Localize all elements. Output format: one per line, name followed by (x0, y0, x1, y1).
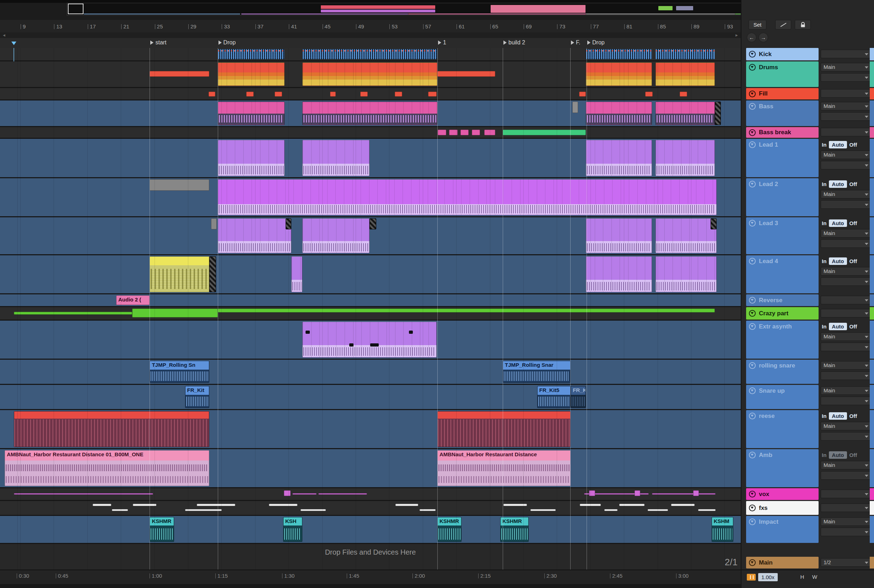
output-select[interactable]: Main (821, 229, 871, 237)
empty-select[interactable] (821, 490, 871, 498)
time-label[interactable]: 1:00 (150, 573, 162, 578)
output-select[interactable]: Main (821, 267, 871, 276)
clip-pink[interactable] (484, 130, 495, 135)
time-label[interactable]: 0:45 (56, 573, 68, 578)
track-row-crazy[interactable] (0, 307, 741, 321)
unfold-icon[interactable] (749, 491, 756, 498)
bar-number[interactable]: 81 (624, 24, 632, 29)
clip-hatch[interactable] (369, 218, 376, 230)
unfold-icon[interactable] (749, 181, 756, 188)
monitor-in-button[interactable]: In (821, 324, 826, 330)
empty-select[interactable] (821, 471, 871, 480)
clip-fill[interactable] (579, 92, 586, 97)
clip-fxs[interactable] (503, 504, 527, 506)
unfold-icon[interactable] (749, 90, 756, 97)
clip-lead2[interactable] (218, 179, 716, 215)
clip-drumthin[interactable] (150, 71, 209, 77)
bar-number[interactable]: 77 (591, 24, 599, 29)
track-row-reese[interactable] (0, 410, 741, 449)
track-row-bassbreak[interactable] (0, 127, 741, 139)
empty-select[interactable] (821, 200, 871, 209)
monitor-off-button[interactable]: Off (850, 181, 857, 187)
empty-select[interactable] (821, 128, 871, 136)
clip-pink[interactable] (438, 130, 446, 135)
bar-number[interactable]: 89 (691, 24, 700, 29)
clip-vox[interactable] (635, 490, 641, 496)
clip-lead[interactable] (218, 218, 292, 253)
clip-lead[interactable] (656, 140, 715, 176)
track-header-block-lead2[interactable]: Lead 2 (746, 178, 818, 216)
monitor-off-button[interactable]: Off (850, 413, 857, 419)
bar-number[interactable]: 73 (557, 24, 565, 29)
clip-fxs[interactable] (530, 509, 556, 511)
monitor-auto-button[interactable]: Auto (829, 323, 847, 330)
clip-lead[interactable] (302, 218, 369, 253)
track-row-fill[interactable] (0, 88, 741, 100)
output-select[interactable]: Main (821, 102, 871, 110)
monitor-in-button[interactable]: In (821, 220, 826, 226)
drop-zone[interactable]: Drop Files and Devices Here2/1 (0, 544, 741, 570)
bar-number[interactable]: 21 (121, 24, 129, 29)
track-row-lead2[interactable] (0, 178, 741, 217)
clip-dash[interactable] (409, 331, 413, 334)
track-header-block-crazy[interactable]: Crazy part (746, 307, 818, 320)
empty-select[interactable] (821, 239, 871, 248)
clip-fr-kit[interactable]: FR_Kit (185, 386, 209, 408)
output-select[interactable]: 1/2 (821, 558, 871, 567)
clip-hatch[interactable] (209, 256, 216, 292)
clip-bass[interactable] (302, 102, 437, 125)
clip-tjmp-rolling-snar[interactable]: TJMP_Rolling Snar (503, 361, 571, 383)
clip-fill[interactable] (360, 92, 368, 97)
track-row-rollsnare[interactable]: TJMP_Rolling SnTJMP_Rolling Snar (0, 360, 741, 385)
unfold-icon[interactable] (749, 129, 756, 136)
unfold-icon[interactable] (749, 452, 756, 458)
clip-dash[interactable] (349, 344, 353, 346)
clip-kshmr[interactable]: KSHMR (437, 517, 461, 542)
track-header-block-impact[interactable]: Impact (746, 516, 818, 543)
clip-bass[interactable] (586, 102, 652, 125)
clip-green[interactable] (132, 309, 218, 317)
clip-fxs[interactable] (648, 509, 668, 511)
clip-lead[interactable] (656, 256, 716, 292)
locator-row[interactable]: startDrop1build 2F.Drop (0, 38, 741, 49)
output-select[interactable]: Main (821, 332, 871, 341)
empty-select[interactable] (821, 50, 871, 58)
bar-number[interactable]: 45 (323, 24, 331, 29)
bar-number[interactable]: 9 (21, 24, 26, 29)
time-label[interactable]: 0:30 (17, 573, 29, 578)
empty-select[interactable] (821, 296, 871, 304)
track-row-reverse[interactable]: Audio 2 ( (0, 294, 741, 307)
clip-lead[interactable] (586, 140, 652, 176)
track-header-block-reverse[interactable]: Reverse (746, 294, 818, 306)
track-row-lead1[interactable] (0, 139, 741, 178)
clip-fxs[interactable] (698, 509, 716, 511)
locator-f[interactable]: F. (571, 39, 580, 46)
clip-lead[interactable] (656, 218, 716, 253)
clip-dash[interactable] (370, 344, 379, 346)
unfold-icon[interactable] (749, 310, 756, 317)
output-select[interactable]: Main (821, 63, 871, 71)
time-label[interactable]: 2:00 (413, 573, 425, 578)
clip-graytop[interactable] (150, 179, 209, 190)
clip-kshm[interactable]: KSHM (712, 517, 733, 542)
bar-number[interactable]: 61 (457, 24, 465, 29)
track-header-block-lead3[interactable]: Lead 3 (746, 217, 818, 254)
empty-select[interactable] (821, 161, 871, 170)
time-label[interactable]: 2:30 (544, 573, 557, 578)
clip-green[interactable] (14, 312, 132, 315)
output-select[interactable]: Main (821, 461, 871, 470)
track-header-block-kick[interactable]: Kick (746, 48, 818, 60)
track-header-block-lead1[interactable]: Lead 1 (746, 139, 818, 177)
clip-yellow[interactable] (150, 256, 209, 292)
clip-ambnaut-harbor-restaurant-distance[interactable]: AMBNaut_Harbor Restaurant Distance (437, 450, 571, 486)
unfold-icon[interactable] (749, 297, 756, 304)
track-header-block-amb[interactable]: Amb (746, 449, 818, 487)
set-locator-button[interactable]: Set (749, 20, 766, 30)
bar-number[interactable]: 53 (389, 24, 398, 29)
clip-kick[interactable] (218, 49, 285, 59)
monitor-auto-button[interactable]: Auto (829, 219, 847, 227)
clip-fxs[interactable] (197, 504, 236, 506)
height-button[interactable]: H (797, 574, 807, 580)
clip-fxs[interactable] (185, 509, 222, 511)
bar-number[interactable]: 13 (54, 24, 62, 29)
